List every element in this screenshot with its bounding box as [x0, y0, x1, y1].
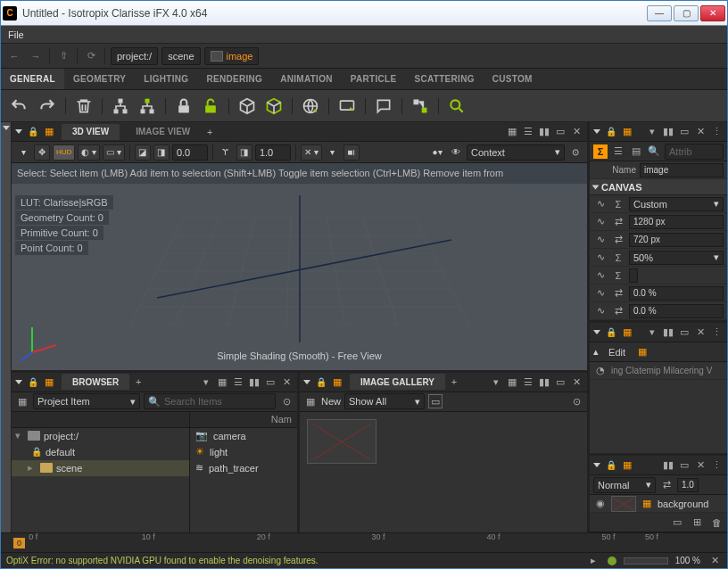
- panel-close-button[interactable]: ✕: [569, 125, 583, 139]
- search-button[interactable]: [444, 94, 469, 119]
- gallery-new-button[interactable]: New: [321, 396, 341, 407]
- list-item-light[interactable]: ☀light: [190, 444, 297, 460]
- layout-grid-icon[interactable]: ▦: [505, 125, 519, 139]
- layout-grid-icon[interactable]: ▦: [505, 375, 519, 389]
- layer-del-icon[interactable]: 🗑: [709, 515, 724, 530]
- globe-button[interactable]: [298, 94, 323, 119]
- window-minimize-button[interactable]: —: [647, 5, 672, 21]
- prop-pct1-input[interactable]: 0.0 %: [629, 286, 724, 301]
- layer-opts-icon[interactable]: ⊞: [690, 515, 704, 530]
- vp-move-icon[interactable]: ✥: [34, 144, 50, 161]
- prop-preset-dropdown[interactable]: Custom▾: [629, 197, 724, 211]
- tab-particle[interactable]: PARTICLE: [342, 69, 406, 89]
- pin-icon[interactable]: ▦: [330, 375, 344, 389]
- path-root[interactable]: project:/: [111, 47, 158, 65]
- layout-grid-icon[interactable]: ▦: [215, 375, 229, 389]
- panel-close-button[interactable]: ✕: [569, 375, 583, 389]
- layout-menu-icon[interactable]: ▾: [645, 125, 659, 139]
- pin-icon[interactable]: ▦: [620, 458, 634, 473]
- gallery-filter-dropdown[interactable]: Show All▾: [344, 393, 425, 409]
- list-item-pathtracer[interactable]: ≋path_tracer: [190, 460, 297, 476]
- tree-default[interactable]: 🔒default: [12, 444, 189, 460]
- collapse-icon[interactable]: [15, 129, 22, 134]
- curve-icon[interactable]: ∿: [593, 215, 608, 229]
- window-close-button[interactable]: ✕: [700, 5, 725, 21]
- link-icon[interactable]: ⇄: [611, 304, 625, 318]
- redo-button[interactable]: [35, 94, 60, 119]
- vp-hud-button[interactable]: HUD: [53, 144, 75, 161]
- panel-menu-button[interactable]: ⋮: [709, 125, 724, 139]
- panel-close-button[interactable]: ✕: [279, 375, 294, 389]
- status-expand-icon[interactable]: ▸: [586, 554, 600, 568]
- tab-rendering[interactable]: RENDERING: [197, 69, 271, 89]
- browser-options-icon[interactable]: ⊙: [279, 394, 294, 408]
- tab-scattering[interactable]: SCATTERING: [405, 69, 483, 89]
- timeline[interactable]: 0 0 f 10 f 20 f 30 f 40 f 50 f 50 f: [1, 532, 727, 552]
- filter-icon[interactable]: ▤: [629, 144, 643, 159]
- nav-forward-button[interactable]: →: [26, 47, 46, 65]
- link-icon[interactable]: ⇄: [611, 215, 625, 229]
- tab-general[interactable]: GENERAL: [1, 69, 64, 89]
- gallery-snap-icon[interactable]: ▦: [303, 394, 318, 408]
- layer-add-icon[interactable]: ▭: [670, 515, 684, 530]
- vp-dropdown[interactable]: ▾: [325, 144, 341, 161]
- layout-pause-icon[interactable]: ▮▮: [661, 458, 675, 473]
- list-item-camera[interactable]: 📷camera: [190, 428, 297, 444]
- pin-icon[interactable]: ▦: [620, 125, 634, 139]
- tab-geometry[interactable]: GEOMETRY: [64, 69, 135, 89]
- curve-icon[interactable]: ∿: [593, 268, 608, 283]
- node-button[interactable]: [408, 94, 433, 119]
- sigma-icon[interactable]: Σ: [611, 268, 625, 283]
- collapse-icon[interactable]: [593, 463, 600, 467]
- browser-search-input[interactable]: 🔍 Search Items: [144, 393, 276, 409]
- project-item-dropdown[interactable]: Project Item▾: [33, 393, 140, 409]
- vp-exposure-icon[interactable]: ◪: [135, 144, 151, 161]
- nav-back-button[interactable]: ←: [4, 47, 24, 65]
- layout-pause-icon[interactable]: ▮▮: [661, 125, 675, 139]
- panel-close-button[interactable]: ✕: [693, 458, 707, 473]
- eye-icon[interactable]: ◔: [593, 364, 608, 378]
- box-select-button[interactable]: [261, 94, 286, 119]
- canvas-section-header[interactable]: CANVAS: [590, 179, 727, 195]
- curve-icon[interactable]: ∿: [593, 197, 608, 211]
- nav-refresh-button[interactable]: ⟳: [81, 47, 101, 65]
- lock-icon[interactable]: 🔒: [604, 125, 618, 139]
- vp-value2-input[interactable]: [255, 144, 291, 161]
- prop-scale-dropdown[interactable]: 50%▾: [629, 251, 724, 265]
- gallery-tab[interactable]: IMAGE GALLERY: [350, 374, 445, 390]
- add-tab-button[interactable]: +: [447, 375, 461, 389]
- pin-icon[interactable]: ▦: [42, 375, 56, 389]
- list-header-name[interactable]: Nam: [190, 412, 297, 428]
- left-gutter[interactable]: [1, 122, 12, 532]
- gallery-thumbnail[interactable]: [307, 419, 376, 464]
- box-button[interactable]: [235, 94, 260, 119]
- layout-pause-icon[interactable]: ▮▮: [661, 326, 675, 340]
- collapse-icon[interactable]: [593, 330, 600, 334]
- list-view-icon[interactable]: ☰: [611, 144, 625, 159]
- vp-target-icon[interactable]: ⊙: [567, 144, 583, 161]
- tab-animation[interactable]: ANIMATION: [271, 69, 342, 89]
- layout-menu-icon[interactable]: ▾: [199, 375, 213, 389]
- curve-icon[interactable]: ∿: [593, 233, 608, 247]
- path-image[interactable]: image: [204, 47, 260, 65]
- pin-icon[interactable]: ▦: [620, 326, 634, 340]
- lock-icon[interactable]: 🔒: [604, 326, 618, 340]
- layout-menu-icon[interactable]: ▾: [489, 375, 503, 389]
- delete-button[interactable]: [71, 94, 96, 119]
- layout-pause-icon[interactable]: ▮▮: [537, 125, 551, 139]
- tab-custom[interactable]: CUSTOM: [484, 69, 542, 89]
- tree-root[interactable]: ▾project:/: [12, 428, 189, 444]
- vp-shading-menu[interactable]: ◐ ▾: [78, 144, 100, 161]
- collapse-icon[interactable]: [303, 380, 310, 384]
- screen-button[interactable]: [335, 94, 360, 119]
- prop-width-input[interactable]: 1280 px: [629, 215, 724, 229]
- layout-split-icon[interactable]: ☰: [231, 375, 245, 389]
- layout-pause-icon[interactable]: ▮▮: [537, 375, 551, 389]
- menu-file[interactable]: File: [8, 29, 24, 40]
- layout-split-icon[interactable]: ☰: [521, 125, 535, 139]
- nav-up-button[interactable]: ⇧: [54, 47, 73, 65]
- vp-record-icon[interactable]: ●▾: [429, 144, 445, 161]
- panel-menu-button[interactable]: ⋮: [709, 458, 724, 473]
- layout-single-icon[interactable]: ▭: [677, 326, 691, 340]
- unlock-button[interactable]: [198, 94, 223, 119]
